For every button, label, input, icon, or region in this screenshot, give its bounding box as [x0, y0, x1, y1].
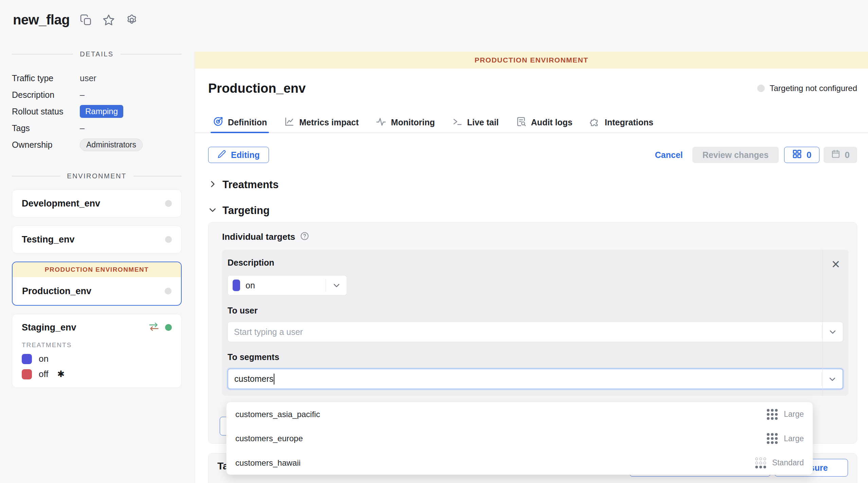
- editing-button[interactable]: Editing: [208, 147, 269, 163]
- ownership-pill[interactable]: Administrators: [80, 139, 143, 151]
- tab-label: Monitoring: [391, 118, 435, 127]
- targeting-status: Targeting not configured: [757, 84, 857, 93]
- tab-label: Definition: [228, 118, 267, 127]
- tab-label: Metrics impact: [299, 118, 359, 127]
- env-status-dot-active: [165, 324, 172, 331]
- definition-target-icon: [213, 116, 223, 128]
- audit-log-icon: [516, 116, 527, 128]
- treatment-name: off: [39, 369, 48, 379]
- treatment-select[interactable]: on: [228, 275, 347, 296]
- tab-label: Integrations: [605, 118, 653, 127]
- tab-metrics-impact[interactable]: Metrics impact: [284, 112, 359, 132]
- detail-row-tags: Tags –: [12, 122, 182, 135]
- schedule-count: 0: [845, 150, 850, 160]
- targeting-heading-label: Targeting: [222, 204, 270, 217]
- individual-targets-label: Individual targets: [222, 232, 295, 242]
- env-card-development[interactable]: Development_env: [12, 190, 182, 217]
- default-treatment-asterisk-icon: ✱: [57, 369, 65, 379]
- treatments-heading-label: Treatments: [222, 179, 278, 191]
- segment-size: Large: [784, 410, 804, 419]
- metrics-chart-icon: [284, 116, 295, 128]
- detail-label: Tags: [12, 123, 80, 133]
- env-status-dot: [165, 288, 171, 294]
- pencil-icon: [217, 149, 227, 161]
- targeting-status-label: Targeting not configured: [770, 84, 857, 93]
- segment-option-europe[interactable]: customers_europe Large: [227, 427, 813, 451]
- environment-title: Production_env: [208, 81, 306, 96]
- detail-row-rollout-status: Rollout status Ramping: [12, 105, 182, 118]
- tab-bar: Definition Metrics impact Monitoring: [195, 112, 868, 133]
- treatments-section-toggle[interactable]: Treatments: [208, 179, 857, 191]
- targeting-section-toggle[interactable]: Targeting: [208, 204, 857, 217]
- treatment-name: on: [39, 354, 49, 364]
- main-panel: PRODUCTION ENVIRONMENT Production_env Ta…: [195, 52, 868, 483]
- edit-toolbar: Editing Cancel Review changes 0: [208, 147, 857, 163]
- tab-monitoring[interactable]: Monitoring: [376, 112, 435, 132]
- tab-audit-logs[interactable]: Audit logs: [516, 112, 573, 132]
- changes-counter-button[interactable]: 0: [784, 147, 819, 163]
- segment-size: Standard: [772, 458, 804, 467]
- detail-label: Ownership: [12, 140, 80, 150]
- segment-option-hawaii[interactable]: customers_hawaii Standard: [227, 451, 813, 475]
- environment-divider: ENVIRONMENT: [12, 172, 182, 180]
- treatment-on-swatch: [22, 354, 32, 364]
- text-caret: [274, 374, 274, 384]
- calendar-icon: [831, 149, 840, 161]
- production-environment-banner: PRODUCTION ENVIRONMENT: [195, 52, 868, 69]
- env-name: Development_env: [22, 198, 100, 209]
- individual-target-card: × Description on To user Start typing a …: [222, 250, 849, 396]
- puzzle-icon: [590, 116, 600, 128]
- rollout-status-badge: Ramping: [80, 105, 123, 118]
- tab-integrations[interactable]: Integrations: [590, 112, 653, 132]
- description-label: Description: [228, 258, 849, 268]
- segment-option-asia-pacific[interactable]: customers_asia_pacific Large: [227, 402, 813, 427]
- env-name: Production_env: [22, 286, 91, 297]
- help-icon[interactable]: [300, 231, 309, 242]
- review-changes-button[interactable]: Review changes: [692, 147, 779, 163]
- segment-size: Large: [784, 434, 804, 443]
- cancel-link[interactable]: Cancel: [655, 150, 683, 160]
- env-status-dot: [165, 200, 172, 207]
- app: new_flag DETAILS Traffic type user Descr…: [0, 0, 868, 483]
- large-segment-icon: [767, 409, 778, 420]
- to-segments-input[interactable]: customers: [228, 369, 843, 389]
- tab-definition[interactable]: Definition: [213, 112, 267, 132]
- env-card-production[interactable]: PRODUCTION ENVIRONMENT Production_env: [12, 262, 182, 306]
- env-card-staging[interactable]: Staging_env TREATMENTS on off: [12, 314, 182, 388]
- to-segments-value: customers: [234, 374, 273, 384]
- flag-header: new_flag: [13, 12, 138, 28]
- treatments-heading: TREATMENTS: [22, 341, 172, 349]
- segment-name: customers_europe: [235, 434, 303, 443]
- detail-row-ownership: Ownership Administrators: [12, 138, 182, 151]
- detail-row-traffic-type: Traffic type user: [12, 72, 182, 85]
- segment-name: customers_asia_pacific: [235, 410, 320, 419]
- detail-label: Traffic type: [12, 73, 80, 83]
- standard-segment-icon: [755, 458, 766, 468]
- chevron-down-icon: [208, 205, 217, 216]
- status-dot: [757, 85, 765, 92]
- treatment-on-row: on: [22, 354, 172, 364]
- target-card-actions: ×: [822, 250, 849, 396]
- close-icon[interactable]: ×: [832, 257, 840, 396]
- copy-icon[interactable]: [80, 14, 92, 26]
- to-user-label: To user: [228, 306, 849, 316]
- swap-arrows-icon: [148, 322, 160, 333]
- star-icon[interactable]: [102, 14, 115, 26]
- editing-label: Editing: [231, 150, 260, 160]
- to-user-input[interactable]: Start typing a user: [228, 322, 843, 342]
- details-heading: DETAILS: [80, 50, 113, 58]
- env-card-testing[interactable]: Testing_env: [12, 226, 182, 253]
- details-rows: Traffic type user Description – Rollout …: [12, 72, 182, 151]
- gear-icon[interactable]: [125, 14, 138, 26]
- detail-row-description: Description –: [12, 88, 182, 101]
- chevron-right-icon: [208, 180, 217, 190]
- treatment-off-row: off ✱: [22, 369, 172, 379]
- detail-label: Rollout status: [12, 107, 80, 117]
- tab-live-tail[interactable]: Live tail: [452, 112, 499, 132]
- treatment-color-swatch: [233, 280, 240, 291]
- large-segment-icon: [767, 433, 778, 444]
- to-segments-label: To segments: [228, 352, 849, 362]
- schedule-counter-button[interactable]: 0: [824, 147, 857, 163]
- details-divider: DETAILS: [12, 50, 182, 58]
- grid-icon: [792, 149, 802, 161]
